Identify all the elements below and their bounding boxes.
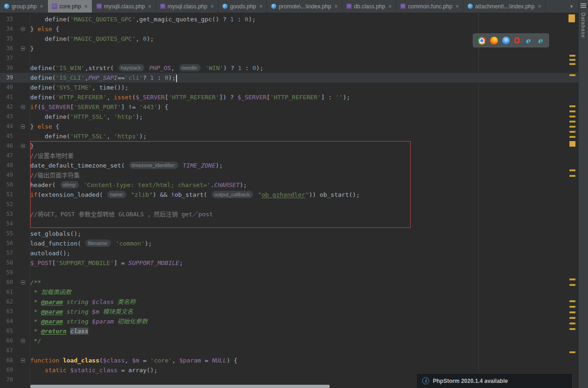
fold-marker-icon[interactable]	[21, 280, 25, 285]
code-line[interactable]: 47//设置本地时差	[0, 151, 578, 161]
code-line[interactable]: 34} else {	[0, 24, 578, 34]
code-line[interactable]: 45 define('HTTP_SSL', 'https');	[0, 131, 578, 141]
error-stripe-mark[interactable]	[569, 105, 575, 107]
code-line[interactable]: 57autoload();	[0, 248, 578, 258]
error-stripe-mark[interactable]	[569, 131, 575, 133]
error-stripe-mark[interactable]	[569, 63, 575, 65]
error-stripe-mark[interactable]	[569, 59, 575, 61]
edge-icon[interactable]: e	[536, 37, 544, 45]
error-stripe-mark[interactable]	[569, 317, 575, 319]
fold-marker-icon[interactable]	[21, 105, 25, 109]
code-line[interactable]: 54	[0, 219, 578, 229]
editor-tab[interactable]: core.php×	[48, 0, 92, 13]
code-line[interactable]: 44} else {	[0, 122, 578, 131]
code-line[interactable]: 51if(extension_loaded( name: "zlib") && …	[0, 190, 578, 200]
error-stripe-mark[interactable]	[569, 311, 575, 313]
error-stripe-mark[interactable]	[569, 55, 575, 57]
error-stripe-mark[interactable]	[569, 278, 575, 280]
code-line[interactable]: 65 * @return class	[0, 326, 578, 336]
inspection-status-indicator[interactable]	[568, 14, 575, 22]
database-tool-button[interactable]: Database	[581, 13, 586, 38]
tab-close-icon[interactable]: ×	[85, 3, 88, 10]
tool-windows-menu-icon[interactable]	[581, 3, 586, 9]
code-line[interactable]: 41define('HTTP_REFERER', isset($_SERVER[…	[0, 92, 578, 102]
firefox-icon[interactable]	[490, 37, 498, 45]
code-line[interactable]: 64 * @param string $param 初始化参数	[0, 317, 578, 326]
fold-marker-icon[interactable]	[21, 124, 25, 129]
tab-close-icon[interactable]: ×	[40, 3, 43, 10]
line-number: 46	[0, 141, 13, 151]
code-line[interactable]: 66 */	[0, 336, 578, 346]
fold-marker-icon[interactable]	[21, 358, 25, 362]
error-stripe-mark[interactable]	[569, 110, 575, 112]
code-line[interactable]: 62 * @param string $class 类名称	[0, 297, 578, 307]
fold-marker-icon[interactable]	[21, 27, 25, 31]
code-line[interactable]: 46}	[0, 141, 578, 151]
error-stripe-mark[interactable]	[569, 300, 575, 302]
error-stripe-mark[interactable]	[569, 141, 575, 147]
editor-tab[interactable]: db.class.php×	[342, 0, 396, 13]
error-stripe-mark[interactable]	[569, 136, 575, 138]
tab-close-icon[interactable]: ×	[259, 3, 262, 10]
tab-close-icon[interactable]: ×	[456, 3, 459, 10]
gutter: 53	[0, 209, 30, 219]
code-line[interactable]: 58$_POST['SUPPORT_MOBILE'] = SUPPORT_MOB…	[0, 258, 578, 268]
code-line[interactable]: 48date_default_timezone_set( timezone_id…	[0, 161, 578, 170]
error-stripe-mark[interactable]	[569, 74, 575, 76]
error-stripe-mark[interactable]	[569, 169, 575, 171]
editor-tab[interactable]: attachment\...\index.php×	[464, 0, 546, 13]
error-stripe-mark[interactable]	[569, 328, 575, 330]
error-stripe-mark[interactable]	[569, 284, 575, 286]
code-line[interactable]: 61 * 加载类函数	[0, 287, 578, 297]
parameter-hint: haystack:	[118, 64, 144, 71]
fold-marker-icon[interactable]	[21, 339, 25, 343]
chrome-icon[interactable]	[478, 37, 486, 45]
code-line[interactable]: 43 define('HTTP_SSL', 'http');	[0, 112, 578, 122]
horizontal-scrollbar[interactable]	[30, 385, 330, 388]
code-line[interactable]: 60/**	[0, 278, 578, 287]
code-line[interactable]: 33 define('MAGIC_QUOTES_GPC',get_magic_q…	[0, 14, 578, 24]
code-line[interactable]: 63 * @param string $m 模块英文名	[0, 307, 578, 317]
error-stripe-mark[interactable]	[569, 121, 575, 123]
tab-close-icon[interactable]: ×	[210, 3, 214, 10]
code-line[interactable]: 37	[0, 53, 578, 63]
tab-close-icon[interactable]: ×	[538, 3, 541, 10]
tab-list-chevron-icon[interactable]: ▾	[565, 0, 578, 13]
tab-label: goods.php	[230, 3, 256, 10]
tab-close-icon[interactable]: ×	[388, 3, 392, 10]
editor-tab[interactable]: mysqli.class.php×	[92, 0, 156, 13]
code-line[interactable]: 59	[0, 268, 578, 278]
tab-close-icon[interactable]: ×	[334, 3, 338, 10]
code-line[interactable]: 53//将GET，POST 参数全部转给 GLOBALS ，然后注销 get／p…	[0, 209, 578, 219]
code-line[interactable]: 38define('IS_WIN',strstr( haystack: PHP_…	[0, 63, 578, 73]
code-line[interactable]: 40define('SYS_TIME', time());	[0, 83, 578, 92]
code-line[interactable]: 56load_function( filename: 'common');	[0, 239, 578, 248]
code-line[interactable]: 39define('IS_CLI',PHP_SAPI=='cli'? 1 : 0…	[0, 73, 578, 83]
error-stripe-mark[interactable]	[569, 116, 575, 117]
error-stripe-mark[interactable]	[569, 306, 575, 308]
error-stripe-mark[interactable]	[569, 126, 575, 128]
code-line[interactable]: 55set_globals();	[0, 229, 578, 239]
code-line[interactable]: 42if($_SERVER['SERVER_PORT'] != '443') {	[0, 102, 578, 112]
opera-icon[interactable]	[514, 37, 520, 44]
editor[interactable]: 33 define('MAGIC_QUOTES_GPC',get_magic_q…	[0, 13, 578, 388]
error-stripe-mark[interactable]	[569, 351, 575, 353]
fold-marker-icon[interactable]	[21, 144, 25, 148]
notification-popup[interactable]: i PhpStorm 2020.1.4 available Update	[416, 373, 573, 388]
ie-icon[interactable]: e	[524, 37, 532, 45]
editor-tab[interactable]: mysql.class.php×	[156, 0, 218, 13]
code-line[interactable]: 49//输出页面字符集	[0, 170, 578, 180]
code-line[interactable]: 68function load_class($class, $m = 'core…	[0, 356, 578, 365]
error-stripe-mark[interactable]	[569, 323, 575, 324]
error-stripe-mark[interactable]	[569, 175, 575, 177]
safari-icon[interactable]	[502, 37, 510, 45]
tab-close-icon[interactable]: ×	[148, 3, 151, 10]
editor-tab[interactable]: group.php×	[0, 0, 48, 13]
editor-tab[interactable]: goods.php×	[218, 0, 267, 13]
editor-tab[interactable]: promote\...\index.php×	[267, 0, 342, 13]
code-line[interactable]: 50header( string: 'Content-type: text/ht…	[0, 180, 578, 190]
code-line[interactable]: 67	[0, 346, 578, 356]
fold-marker-icon[interactable]	[21, 46, 25, 51]
editor-tab[interactable]: common.func.php×	[396, 0, 463, 13]
code-line[interactable]: 52	[0, 200, 578, 209]
